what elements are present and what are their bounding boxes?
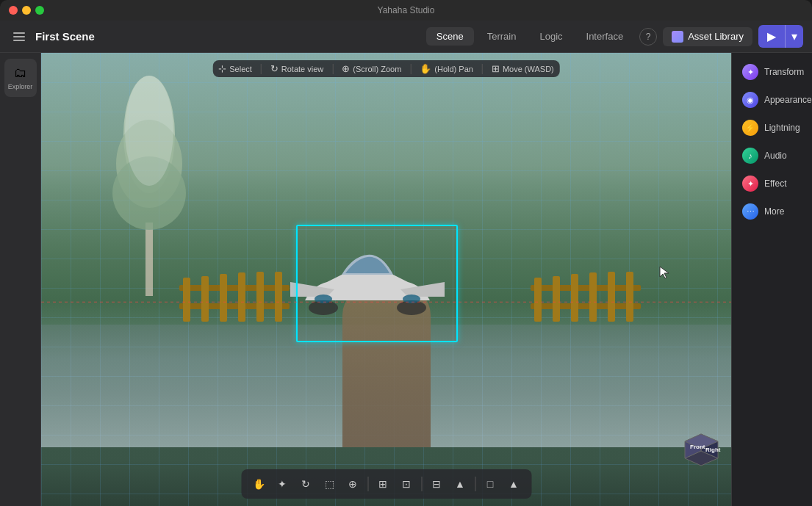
toolbar-select[interactable]: ⊹ Select	[218, 63, 252, 74]
explorer-icon: 🗂	[14, 65, 27, 81]
panel-item-appearance[interactable]: ◉ Appearance	[736, 87, 808, 113]
toolbar-pan[interactable]: ✋ (Hold) Pan	[420, 63, 473, 74]
select-label: Select	[229, 65, 252, 73]
tool-hand[interactable]: ✋	[248, 474, 269, 494]
more-icon: ⋯	[742, 203, 758, 220]
svg-rect-16	[553, 276, 560, 322]
tool-transform[interactable]: ⊕	[342, 474, 363, 494]
help-button[interactable]: ?	[639, 28, 657, 46]
svg-rect-19	[608, 272, 615, 322]
right-panel: ✦ Transform ◉ Appearance ⚡ Lightning ♪ A…	[731, 53, 812, 506]
lightning-label: Lightning	[764, 123, 800, 133]
tool-select[interactable]: ✦	[272, 474, 292, 494]
toolbar-separator	[482, 64, 483, 74]
viewport-background	[41, 53, 731, 506]
viewport[interactable]: ⊹ Select ↻ Rotate view ⊕ (Scroll) Zoom ✋…	[41, 53, 731, 506]
menu-right: ? Asset Library ▶ ▾	[639, 25, 803, 48]
tool-display[interactable]: □	[480, 474, 500, 494]
close-button[interactable]	[9, 6, 18, 15]
bottom-toolbar-separator	[367, 477, 368, 491]
toolbar-rotate[interactable]: ↻ Rotate view	[270, 63, 323, 74]
tab-logic[interactable]: Logic	[529, 27, 572, 46]
fence-right	[531, 270, 648, 344]
bottom-toolbar-separator	[475, 477, 475, 491]
panel-item-more[interactable]: ⋯ More	[736, 198, 808, 225]
pan-label: (Hold) Pan	[434, 65, 473, 73]
rotate-icon: ↻	[270, 63, 279, 74]
toolbar-separator	[332, 64, 333, 74]
app-title: Yahaha Studio	[378, 5, 435, 15]
play-dropdown[interactable]: ▾	[785, 25, 803, 48]
svg-point-24	[403, 294, 420, 303]
svg-text:Right: Right	[705, 447, 721, 453]
toolbar-separator	[410, 64, 411, 74]
tool-snap[interactable]: ⊞	[373, 474, 393, 494]
pan-icon: ✋	[420, 63, 431, 74]
bottom-toolbar-separator	[421, 477, 422, 491]
traffic-lights	[9, 6, 44, 15]
svg-point-4	[125, 76, 173, 186]
panel-item-audio[interactable]: ♪ Audio	[736, 142, 808, 169]
appearance-label: Appearance	[764, 95, 812, 105]
compass-cube-svg: Front Right	[678, 425, 725, 473]
toolbar-separator	[261, 64, 262, 74]
svg-rect-8	[201, 276, 209, 322]
panel-item-transform[interactable]: ✦ Transform	[736, 59, 808, 85]
explorer-button[interactable]: 🗂 Explorer	[4, 59, 37, 97]
tool-grid[interactable]: ⊡	[396, 474, 417, 494]
toolbar-zoom[interactable]: ⊕ (Scroll) Zoom	[342, 63, 401, 74]
svg-rect-20	[626, 272, 633, 322]
tool-scale[interactable]: ⬚	[319, 474, 339, 494]
hamburger-icon	[13, 40, 25, 41]
viewport-compass[interactable]: Front Right	[678, 425, 725, 473]
svg-text:Front: Front	[690, 444, 705, 450]
minimize-button[interactable]	[22, 6, 31, 15]
explorer-label: Explorer	[8, 83, 33, 90]
viewport-toolbar: ⊹ Select ↻ Rotate view ⊕ (Scroll) Zoom ✋…	[212, 60, 560, 77]
effect-label: Effect	[764, 178, 786, 189]
play-icon: ▶	[767, 29, 776, 43]
asset-library-icon	[672, 31, 683, 43]
tab-terrain[interactable]: Terrain	[477, 27, 527, 46]
car-model	[283, 234, 452, 330]
svg-rect-9	[220, 274, 227, 322]
toolbar-move[interactable]: ⊞ Move (WASD)	[492, 63, 554, 74]
svg-rect-15	[534, 278, 542, 322]
title-bar: Yahaha Studio	[0, 0, 812, 21]
svg-rect-0	[145, 223, 153, 296]
lightning-icon: ⚡	[742, 120, 758, 136]
svg-rect-14	[531, 303, 641, 309]
zoom-label: (Scroll) Zoom	[353, 65, 401, 73]
panel-item-effect[interactable]: ✦ Effect	[736, 170, 808, 197]
tab-interface[interactable]: Interface	[576, 27, 634, 46]
tab-scene[interactable]: Scene	[426, 27, 474, 46]
panel-item-lightning[interactable]: ⚡ Lightning	[736, 115, 808, 141]
play-button[interactable]: ▶ ▾	[758, 25, 803, 48]
rotate-label: Rotate view	[281, 65, 323, 73]
tool-chevron-display[interactable]: ▲	[503, 474, 524, 494]
zoom-icon: ⊕	[342, 63, 350, 74]
svg-rect-17	[571, 274, 578, 322]
fence-left	[179, 270, 297, 344]
appearance-icon: ◉	[742, 92, 758, 108]
tool-rotate[interactable]: ↻	[295, 474, 316, 494]
audio-label: Audio	[764, 151, 787, 161]
menu-left: First Scene	[9, 26, 420, 47]
nav-tabs: Scene Terrain Logic Interface	[426, 27, 633, 46]
scene-title: First Scene	[35, 30, 95, 43]
tool-chevron-up[interactable]: ▲	[450, 474, 470, 494]
asset-library-button[interactable]: Asset Library	[663, 27, 752, 46]
tool-camera[interactable]: ⊟	[426, 474, 447, 494]
maximize-button[interactable]	[35, 6, 44, 15]
move-label: Move (WASD)	[503, 65, 554, 73]
svg-rect-7	[183, 278, 190, 322]
svg-rect-11	[256, 272, 264, 322]
main-area: 🗂 Explorer	[0, 53, 812, 506]
hamburger-button[interactable]	[9, 26, 29, 47]
chevron-down-icon: ▾	[791, 29, 797, 43]
more-label: More	[764, 206, 784, 217]
play-main[interactable]: ▶	[758, 25, 785, 48]
svg-rect-13	[531, 285, 641, 291]
svg-rect-12	[275, 272, 282, 322]
explorer-sidebar: 🗂 Explorer	[0, 53, 41, 506]
